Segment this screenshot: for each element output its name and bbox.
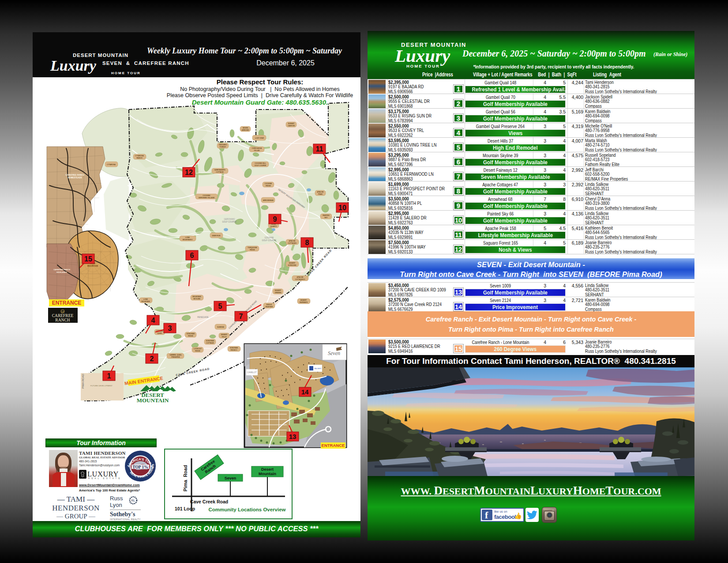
svg-text:CAREFREE RANCH: CAREFREE RANCH [66,174,84,176]
svg-text:PAINTED: PAINTED [323,215,330,216]
svg-text:SEVEN: SEVEN [243,127,248,129]
svg-text:Seven: Seven [328,350,340,356]
svg-text:COTTAGE: COTTAGE [216,171,224,173]
svg-text:13: 13 [289,433,296,440]
svg-text:FAIRWAYS: FAIRWAYS [300,302,308,303]
svg-text:SUNSET: SUNSET [288,123,295,125]
svg-text:Pima Road: Pima Road [183,465,188,491]
svg-text:COTTAGE: COTTAGE [206,342,214,344]
svg-text:HOMESTEADS: HOMESTEADS [68,177,82,179]
svg-text:RIDGE II: RIDGE II [231,349,237,351]
svg-text:DESERT: DESERT [221,334,228,336]
svg-text:CHIRICAHUA: CHIRICAHUA [252,147,262,149]
svg-text:CAREFREE: CAREFREE [52,314,74,318]
svg-text:Mountain: Mountain [259,472,276,476]
svg-text:SONORAN: SONORAN [206,340,214,342]
svg-text:4: 4 [151,317,155,324]
svg-text:APACHE: APACHE [289,240,296,242]
svg-text:HORIZONS: HORIZONS [288,264,297,266]
svg-text:LONE: LONE [143,299,148,300]
svg-text:14: 14 [301,388,309,396]
svg-text:COCHISE HILL: COCHISE HILL [255,162,266,164]
svg-text:MOUNTAIN: MOUNTAIN [137,397,169,404]
svg-text:PEAK: PEAK [318,193,323,195]
svg-text:GOLF COURSE: GOLF COURSE [222,221,237,223]
svg-text:GOLF COURSE: GOLF COURSE [255,165,266,166]
svg-text:CAREFREE RANCH: CAREFREE RANCH [53,268,70,271]
svg-text:Seven: Seven [225,476,236,480]
svg-text:TURQUOISE: TURQUOISE [248,247,257,249]
svg-text:RIDGE: RIDGE [195,350,200,352]
svg-text:PRESERVE: PRESERVE [171,356,180,358]
svg-text:SUNRISE: SUNRISE [217,326,225,328]
svg-text:COCHISE: COCHISE [265,183,272,185]
svg-text:5: 5 [218,302,222,310]
svg-text:CARETAKER'S: CARETAKER'S [214,169,225,171]
svg-text:10: 10 [338,204,346,212]
svg-text:11: 11 [316,145,323,153]
svg-text:12: 12 [185,169,193,176]
svg-text:LONE: LONE [185,237,190,238]
svg-text:RIDGE: RIDGE [266,185,271,187]
svg-text:DEER RUN: DEER RUN [212,235,221,237]
svg-text:PIMA ROAD: PIMA ROAD [82,374,84,389]
svg-text:FUTURE DEVELOPMENT: FUTURE DEVELOPMENT [90,385,113,387]
svg-text:GERONIMO: GERONIMO [224,218,235,220]
svg-text:MOUNTAIN: MOUNTAIN [192,296,201,298]
svg-text:HIGHLANDS: HIGHLANDS [56,271,67,273]
svg-text:RIDGE: RIDGE [188,335,193,337]
svg-text:GREENS: GREENS [274,292,281,294]
svg-text:SKYLINE: SKYLINE [193,298,200,300]
svg-text:Community Locations Overview: Community Locations Overview [208,507,285,512]
svg-text:Cave Creek Road: Cave Creek Road [190,499,228,504]
svg-text:MOUNTAIN: MOUNTAIN [141,301,150,302]
svg-text:TOP 1%: TOP 1% [132,465,148,469]
svg-text:RANCH: RANCH [55,318,70,322]
svg-text:7: 7 [239,313,243,320]
svg-text:APACHE: APACHE [317,191,324,193]
svg-text:FOREST: FOREST [220,146,226,148]
svg-text:6: 6 [190,252,194,259]
svg-text:CANYON: CANYON [288,125,295,127]
svg-text:ENTRANCE: ENTRANCE [52,300,82,306]
svg-text:PALMER: PALMER [314,367,321,370]
svg-text:15: 15 [84,255,92,263]
svg-text:GERONIMO VILLAGE: GERONIMO VILLAGE [199,197,215,199]
svg-text:VILLAS: VILLAS [254,150,260,151]
svg-text:RENEGADE: RENEGADE [197,316,208,318]
svg-text:QUARTZ: QUARTZ [270,226,278,227]
svg-text:9: 9 [273,215,277,223]
svg-text:DESERT: DESERT [300,299,307,301]
svg-text:QUAIL: QUAIL [157,333,162,334]
svg-text:CYTAROSA: CYTAROSA [107,164,116,166]
svg-text:CR: CR [61,310,64,313]
svg-text:LOST STAR: LOST STAR [255,137,264,139]
svg-text:APACHE: APACHE [297,276,304,278]
svg-text:MOUNTAIN: MOUNTAIN [87,265,98,267]
svg-text:RANCH: RANCH [137,157,143,159]
svg-text:Desert: Desert [261,467,274,472]
svg-text:8: 8 [305,239,309,246]
svg-text:ENTRANCE: ENTRANCE [322,443,345,448]
svg-text:ARROWS: ARROWS [242,129,249,131]
svg-text:MOUNTAIN II: MOUNTAIN II [183,239,192,241]
svg-text:CYTAROSA: CYTAROSA [135,155,144,157]
svg-text:COTTAGES II: COTTAGES II [295,279,305,280]
svg-text:EAGLE: EAGLE [266,304,272,306]
svg-text:RL: RL [131,499,135,502]
svg-text:2: 2 [150,355,154,363]
svg-text:COCHISE: COCHISE [265,237,274,239]
svg-text:SAGUARO: SAGUARO [219,144,227,146]
svg-text:HILLS: HILLS [222,336,227,338]
svg-text:SONORAN: SONORAN [230,347,238,349]
svg-text:GAMBEL QUAIL: GAMBEL QUAIL [169,354,182,356]
svg-text:101 Loop: 101 Loop [175,506,195,511]
svg-text:SONORAN: SONORAN [187,333,195,335]
svg-text:ARROWHEAD: ARROWHEAD [263,200,274,201]
svg-text:DESERT: DESERT [289,262,296,264]
svg-text:SKY: SKY [324,217,328,219]
svg-text:1: 1 [107,372,111,380]
svg-text:GOLF COURSE: GOLF COURSE [262,239,277,242]
svg-text:DESERT: DESERT [275,290,281,291]
svg-text:CAMELOT: CAMELOT [247,371,257,374]
